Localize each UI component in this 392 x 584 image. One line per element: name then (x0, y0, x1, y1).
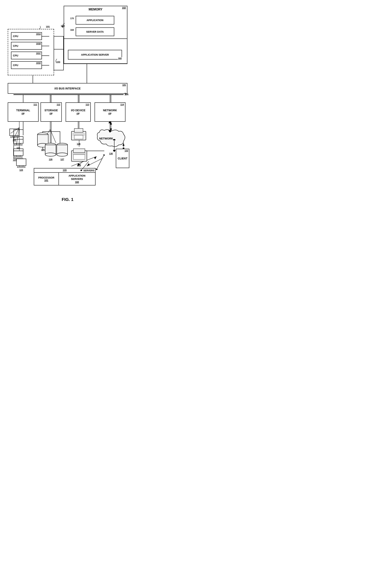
terminal-123-icon (12, 148, 24, 158)
storage-126: 126 (44, 143, 57, 161)
servers-ref: 133 (63, 169, 66, 172)
vline-terminal (23, 94, 23, 102)
terminal-ref: 111 (34, 103, 37, 106)
svg-rect-65 (73, 155, 85, 159)
svg-rect-42 (14, 149, 23, 156)
arrow-nif-network (107, 122, 113, 132)
svg-point-53 (45, 153, 56, 156)
storage-ref: 112 (57, 103, 60, 106)
cpu-group-ref: 101 (46, 26, 50, 28)
vline-term-spread (23, 129, 23, 135)
vline-cpu-bus (32, 75, 33, 84)
network-if-ref: 114 (120, 103, 124, 106)
app-servers-section: APPLICATIONSERVERS 160 (59, 173, 95, 185)
vline-mem-bus (87, 64, 87, 84)
arrow-network-servers (94, 155, 106, 170)
svg-rect-64 (73, 149, 85, 153)
server-data-box: 168 SERVER DATA (76, 28, 114, 36)
io-128-icon (70, 128, 87, 142)
svg-line-73 (96, 155, 104, 170)
terminal-122-icon (12, 136, 24, 146)
io-device-128: 128 (70, 128, 87, 145)
cylinder-127 (56, 143, 68, 157)
server-data-ref: 168 (70, 29, 74, 31)
app-ref: 170 (70, 17, 74, 20)
svg-rect-59 (74, 135, 83, 139)
cpu-group-arrow (37, 25, 43, 30)
arrow-device-servers (79, 161, 91, 171)
client-box: CLIENT 132 (116, 149, 129, 168)
vline-storage (51, 94, 51, 102)
svg-rect-47 (17, 167, 25, 167)
svg-rect-44 (14, 156, 22, 157)
io-device-if: I/O DEVICE I/F 113 (66, 102, 91, 122)
diagram: MEMORY 102 170 APPLICATION 168 SERVER DA… (4, 4, 131, 193)
client-ref: 132 (125, 150, 128, 152)
svg-rect-45 (16, 159, 26, 166)
iobus-ref: 105 (122, 84, 126, 86)
iobus-box: I/O BUS INTERFACE 105 (8, 83, 128, 94)
terminal-124-icon (16, 158, 27, 168)
svg-point-56 (57, 153, 68, 156)
svg-rect-41 (14, 144, 22, 145)
cpu-101b: CPU 101B (11, 42, 42, 50)
app-server-ref: 160 (118, 57, 122, 60)
memory-box: MEMORY 102 170 APPLICATION 168 SERVER DA… (64, 6, 128, 64)
vline-network (110, 94, 110, 102)
terminal-122: 122 (12, 136, 24, 149)
memory-ref: 102 (122, 7, 126, 9)
svg-line-71 (81, 161, 89, 171)
app-server-box: APPLICATION SERVER 160 (68, 50, 122, 60)
ref-104-arrow (122, 92, 128, 96)
svg-rect-36 (10, 129, 19, 136)
vline-io (78, 94, 78, 102)
svg-rect-58 (74, 128, 83, 132)
io-device-ref: 113 (86, 103, 89, 106)
figure-caption: FIG. 1 (4, 197, 131, 202)
terminal-if: TERMINAL I/F 111 (8, 102, 38, 122)
svg-rect-39 (14, 137, 23, 143)
vline-term-down (23, 122, 23, 129)
storage-127: 127 (56, 143, 68, 161)
cylinder-126 (44, 143, 57, 157)
memory-title: MEMORY (88, 8, 102, 11)
svg-text:NETWORK: NETWORK (99, 137, 113, 140)
application-box: 170 APPLICATION (76, 16, 114, 25)
hline-terminals (14, 129, 23, 130)
cpu-group: 101 CPU 101A CPU 101B CPU 101C CPU 101D (8, 29, 54, 75)
ref-103-arrow (54, 58, 60, 64)
cpu-101a: CPU 101A (11, 32, 42, 40)
cpu-101d: CPU 101D (11, 61, 42, 69)
network-if: NETWORK I/F 114 (94, 102, 126, 122)
distribution-line (14, 94, 124, 95)
arrow-network-client (112, 139, 117, 152)
processor-section: PROCESSOR 101 (34, 173, 59, 185)
terminal-124: 124 (16, 158, 27, 171)
io-129-icon (70, 148, 88, 163)
ref-100-arrow (61, 22, 68, 28)
vline-storage-down (51, 122, 51, 131)
storage-if: STORAGE I/F 112 (40, 102, 62, 122)
cpu-101c: CPU 101C (11, 52, 42, 59)
